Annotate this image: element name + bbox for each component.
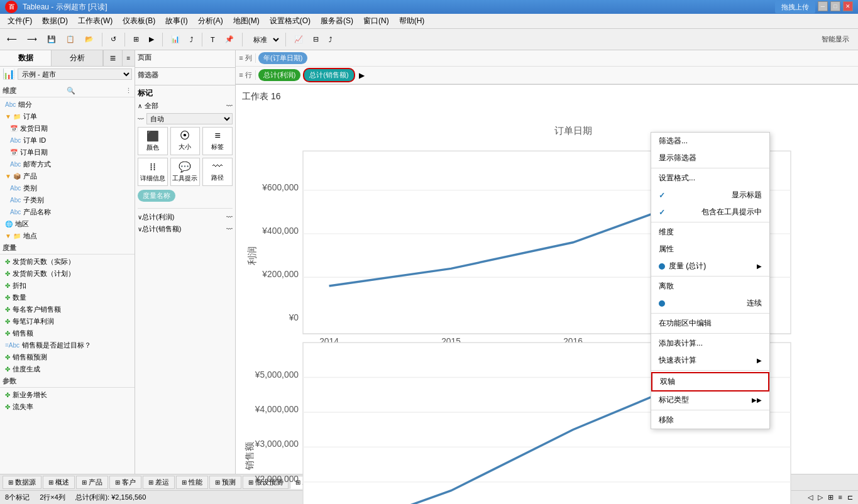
menu-story[interactable]: 故事(I) xyxy=(160,14,192,28)
toolbar-tooltip[interactable]: ⊟ xyxy=(309,33,323,46)
measure-销售额目标[interactable]: =Abc 销售额是否超过目标？ xyxy=(0,339,135,351)
toolbar-format-select[interactable]: 标准 xyxy=(246,33,282,47)
param-新业务增长[interactable]: ✤ 新业务增长 xyxy=(0,389,135,401)
ctx-quick-calc[interactable]: 快速表计算 ▶ xyxy=(651,352,769,369)
tab-shipping[interactable]: ⊞ 差运 xyxy=(143,476,175,489)
dimensions-search-icon[interactable]: 🔍 xyxy=(67,87,75,95)
marks-measure-label-0: 总计(利润) xyxy=(142,212,174,222)
tab-analysis[interactable]: 分析 xyxy=(52,50,103,66)
marks-type-select[interactable]: 自动 xyxy=(146,113,233,124)
menu-map[interactable]: 地图(M) xyxy=(228,14,265,28)
menu-window[interactable]: 窗口(N) xyxy=(358,14,394,28)
panel-icons[interactable]: ≡ xyxy=(122,50,135,66)
toolbar-share[interactable]: ⤴ xyxy=(185,33,198,46)
param-流失率[interactable]: ✤ 流失率 xyxy=(0,401,135,413)
menu-dashboard[interactable]: 仪表板(B) xyxy=(118,14,160,28)
dim-地点-folder[interactable]: ▼ 📁 地点 xyxy=(0,230,135,242)
ctx-mark-type[interactable]: 标记类型 ▶ xyxy=(651,392,769,408)
tab-customer[interactable]: ⊞ 客户 xyxy=(109,476,141,489)
measure-销售额预测[interactable]: ✤ 销售额预测 xyxy=(0,351,135,363)
toolbar-pause[interactable]: ⊞ xyxy=(129,33,143,46)
measure-发货前天数实际[interactable]: ✤ 发货前天数（实际） xyxy=(0,256,135,268)
tab-overview[interactable]: ⊞ 概述 xyxy=(43,476,75,489)
row-pill-indicator[interactable]: ▶ xyxy=(359,71,365,80)
toolbar-present[interactable]: 📊 xyxy=(167,33,184,46)
ctx-dimension[interactable]: 维度 xyxy=(651,224,769,241)
ctx-show-filter[interactable]: 显示筛选器 xyxy=(651,150,769,167)
dim-邮寄方式[interactable]: Abc 邮寄方式 xyxy=(5,158,135,170)
tab-performance[interactable]: ⊞ 性能 xyxy=(176,476,208,489)
toolbar-pin[interactable]: 📌 xyxy=(221,33,238,46)
menu-help[interactable]: 帮助(H) xyxy=(394,14,430,28)
upload-button[interactable]: 拖拽上传 xyxy=(775,1,815,13)
panel-expand-icon[interactable]: ≡ xyxy=(103,50,122,66)
menu-file[interactable]: 文件(F) xyxy=(3,14,37,28)
dim-细分[interactable]: Abc 细分 xyxy=(0,99,135,111)
ctx-measure[interactable]: 度量 (总计) ▶ xyxy=(651,258,769,275)
measure-数量[interactable]: ✤ 数量 xyxy=(0,292,135,304)
toolbar-share2[interactable]: ⤴ xyxy=(324,33,337,46)
data-source-select[interactable]: 示例 - 超市 xyxy=(18,68,132,80)
measure-销售额[interactable]: ✤ 销售额 xyxy=(0,327,135,339)
marks-color-btn[interactable]: ⬛ 颜色 xyxy=(138,127,168,155)
ctx-edit-in-shelf[interactable]: 在功能区中编辑 xyxy=(651,315,769,332)
toolbar-open[interactable]: 📂 xyxy=(80,33,98,46)
col-pill-year[interactable]: 年(订单日期) xyxy=(258,52,307,64)
marks-label-btn[interactable]: ≡ 标签 xyxy=(202,127,233,155)
measure-发货前天数计划[interactable]: ✤ 发货前天数（计划） xyxy=(0,268,135,280)
ctx-tooltip[interactable]: ✓ 包含在工具提示中 xyxy=(651,204,769,221)
dim-地区[interactable]: 🌐 地区 xyxy=(0,218,135,230)
tab-product[interactable]: ⊞ 产品 xyxy=(76,476,108,489)
measure-折扣[interactable]: ✤ 折扣 xyxy=(0,280,135,292)
dim-子类别[interactable]: Abc 子类别 xyxy=(5,194,135,206)
minimize-button[interactable]: ─ xyxy=(818,1,828,11)
toolbar-chart-type[interactable]: 📈 xyxy=(290,33,307,46)
maximize-button[interactable]: □ xyxy=(830,1,840,11)
ctx-filter[interactable]: 筛选器... xyxy=(651,133,769,150)
menu-server[interactable]: 服务器(S) xyxy=(316,14,358,28)
close-button[interactable]: ✕ xyxy=(843,1,853,11)
ctx-tooltip-label: 包含在工具提示中 xyxy=(701,207,762,217)
marks-size-btn[interactable]: ⦿ 大小 xyxy=(170,127,201,155)
tab-data[interactable]: 数据 xyxy=(0,50,52,66)
marks-detail-btn[interactable]: ⁞⁞ 详细信息 xyxy=(138,158,168,186)
marks-tooltip-btn[interactable]: 💬 工具提示 xyxy=(170,158,201,186)
toolbar-undo[interactable]: ⟵ xyxy=(3,33,21,46)
ctx-add-calc[interactable]: 添加表计算... xyxy=(651,335,769,352)
dim-发货日期[interactable]: 📅 发货日期 xyxy=(5,123,135,134)
menu-worksheet[interactable]: 工作表(W) xyxy=(73,14,118,28)
toolbar-text[interactable]: T xyxy=(206,33,219,46)
menu-format[interactable]: 设置格式(O) xyxy=(265,14,316,28)
dim-订单日期[interactable]: 📅 订单日期 xyxy=(5,146,135,158)
ctx-format[interactable]: 设置格式... xyxy=(651,170,769,187)
dim-订单-folder[interactable]: ▼ 📁 订单 xyxy=(0,111,135,123)
dim-产品名称[interactable]: Abc 产品名称 xyxy=(5,206,135,218)
measure-badge[interactable]: 度量名称 xyxy=(138,190,175,202)
tab-data-source[interactable]: ⊞ 数据源 xyxy=(3,476,41,489)
toolbar-redo[interactable]: ⟶ xyxy=(23,33,41,46)
marks-path-btn[interactable]: 〰 路径 xyxy=(202,158,233,186)
ctx-show-title[interactable]: ✓ 显示标题 xyxy=(651,187,769,204)
window-controls[interactable]: 拖拽上传 ─ □ ✕ xyxy=(775,1,853,13)
row-pill-profit[interactable]: 总计(利润) xyxy=(258,69,300,81)
dim-类别[interactable]: Abc 类别 xyxy=(5,182,135,194)
smart-display-button[interactable]: 智能显示 xyxy=(815,33,855,46)
menu-data[interactable]: 数据(D) xyxy=(37,14,73,28)
toolbar-run[interactable]: ▶ xyxy=(145,33,158,46)
toolbar-new[interactable]: 📋 xyxy=(62,33,79,46)
measure-每笔订单利润[interactable]: ✤ 每笔订单利润 xyxy=(0,315,135,327)
ctx-discrete[interactable]: 离散 xyxy=(651,278,769,295)
dimensions-more-icon[interactable]: ⋮ xyxy=(125,87,132,95)
toolbar-refresh[interactable]: ↺ xyxy=(106,33,121,46)
dim-产品-folder[interactable]: ▼ 📦 产品 xyxy=(0,170,135,182)
ctx-remove[interactable]: 移除 xyxy=(651,412,769,429)
menu-analysis[interactable]: 分析(A) xyxy=(193,14,228,28)
measure-佳度生成[interactable]: ✤ 佳度生成 xyxy=(0,363,135,375)
row-pill-sales[interactable]: 总计(销售额) xyxy=(303,68,355,82)
ctx-attribute[interactable]: 属性 xyxy=(651,241,769,258)
ctx-dual-axis[interactable]: 双轴 xyxy=(651,372,769,392)
toolbar-save[interactable]: 💾 xyxy=(43,33,60,46)
dim-订单ID[interactable]: Abc 订单 ID xyxy=(5,134,135,146)
ctx-continuous[interactable]: 连续 xyxy=(651,295,769,312)
measure-每名客户销售额[interactable]: ✤ 每名客户销售额 xyxy=(0,304,135,315)
